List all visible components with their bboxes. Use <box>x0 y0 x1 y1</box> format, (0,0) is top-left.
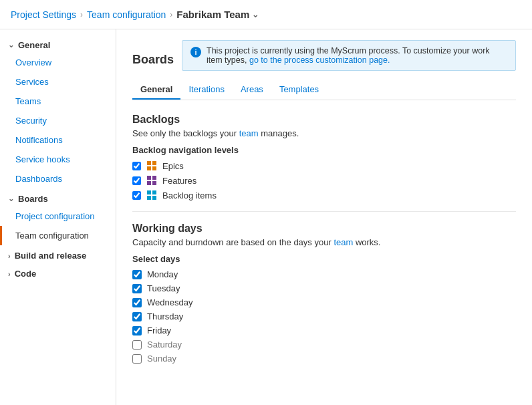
info-banner: i This project is currently using the My… <box>182 40 516 71</box>
boards-title: Boards <box>132 53 174 67</box>
sidebar-section-general[interactable]: ⌄ General <box>0 35 116 53</box>
svg-rect-7 <box>152 181 156 185</box>
chevron-code-icon: › <box>8 270 11 278</box>
day-saturday-checkbox[interactable] <box>132 340 142 350</box>
working-days-section: Working days Capacity and burndown are b… <box>132 223 516 364</box>
day-friday-checkbox[interactable] <box>132 326 142 335</box>
sidebar-item-teams[interactable]: Teams <box>0 92 116 111</box>
header: Project Settings › Team configuration › … <box>0 0 532 29</box>
breadcrumb-team-configuration[interactable]: Team configuration <box>87 9 166 20</box>
working-days-description: Capacity and burndown are based on the d… <box>132 237 516 247</box>
day-wednesday-row: Wednesday <box>132 297 516 307</box>
main-layout: ⌄ General Overview Services Teams Securi… <box>0 29 532 405</box>
sidebar-item-team-configuration[interactable]: Team configuration <box>0 226 116 245</box>
sidebar-item-security[interactable]: Security <box>0 111 116 130</box>
sidebar-item-notifications[interactable]: Notifications <box>0 130 116 150</box>
day-tuesday-checkbox[interactable] <box>132 284 142 293</box>
breadcrumb-sep-1: › <box>80 10 83 19</box>
backlog-features-label: Features <box>162 176 196 186</box>
chevron-down-icon[interactable]: ⌄ <box>252 10 259 19</box>
info-banner-text: This project is currently using the MySc… <box>207 46 507 65</box>
backlog-epics-checkbox[interactable] <box>132 162 141 170</box>
day-thursday-label: Thursday <box>147 311 183 321</box>
day-monday-checkbox[interactable] <box>132 270 142 279</box>
backlogs-description: See only the backlogs your team manages. <box>132 128 516 138</box>
sidebar-item-services[interactable]: Services <box>0 72 116 92</box>
day-friday-row: Friday <box>132 325 516 335</box>
tab-iterations[interactable]: Iterations <box>180 80 232 100</box>
svg-rect-2 <box>147 166 151 170</box>
breadcrumb-sep-2: › <box>170 10 172 19</box>
svg-rect-1 <box>152 161 156 165</box>
info-banner-link[interactable]: go to the process customization page. <box>249 55 390 65</box>
select-days-title: Select days <box>132 254 516 264</box>
svg-rect-6 <box>147 181 151 185</box>
features-icon <box>146 175 157 186</box>
svg-rect-11 <box>152 196 156 200</box>
tab-templates[interactable]: Templates <box>271 80 327 100</box>
backlog-items-label: Backlog items <box>162 190 217 200</box>
svg-rect-0 <box>147 161 151 165</box>
tabs: General Iterations Areas Templates <box>132 80 516 100</box>
day-monday-label: Monday <box>147 269 178 279</box>
sidebar-section-build-release[interactable]: › Build and release <box>0 245 116 263</box>
sidebar: ⌄ General Overview Services Teams Securi… <box>0 29 116 405</box>
breadcrumb: Project Settings › Team configuration › … <box>11 9 259 20</box>
breadcrumb-current-team: Fabrikam Team ⌄ <box>176 9 259 20</box>
day-thursday-checkbox[interactable] <box>132 312 142 321</box>
backlog-features-row: Features <box>132 175 516 186</box>
boards-header: Boards i This project is currently using… <box>132 40 516 79</box>
nav-levels-title: Backlog navigation levels <box>132 145 516 155</box>
working-days-team-link[interactable]: team <box>334 237 353 247</box>
backlog-items-row: Backlog items <box>132 190 516 200</box>
backlog-items-icon <box>146 190 157 200</box>
epics-icon <box>146 160 157 171</box>
day-saturday-row: Saturday <box>132 340 516 350</box>
day-thursday-row: Thursday <box>132 311 516 321</box>
svg-rect-3 <box>152 166 156 170</box>
svg-rect-10 <box>147 196 151 200</box>
backlog-epics-label: Epics <box>162 161 184 171</box>
working-days-title: Working days <box>132 223 516 235</box>
chevron-boards-icon: ⌄ <box>8 194 14 203</box>
info-icon: i <box>190 47 201 57</box>
main-content: Boards i This project is currently using… <box>116 29 532 405</box>
breadcrumb-project-settings[interactable]: Project Settings <box>11 9 76 20</box>
sidebar-item-service-hooks[interactable]: Service hooks <box>0 150 116 169</box>
day-saturday-label: Saturday <box>147 340 182 350</box>
day-sunday-row: Sunday <box>132 354 516 364</box>
backlogs-team-link[interactable]: team <box>239 128 259 138</box>
svg-rect-4 <box>147 176 151 180</box>
day-monday-row: Monday <box>132 269 516 279</box>
day-tuesday-row: Tuesday <box>132 283 516 293</box>
backlogs-title: Backlogs <box>132 114 516 126</box>
svg-rect-9 <box>152 190 156 194</box>
tab-areas[interactable]: Areas <box>233 80 271 100</box>
sidebar-item-dashboards[interactable]: Dashboards <box>0 169 116 188</box>
backlog-items-checkbox[interactable] <box>132 191 141 200</box>
backlog-epics-row: Epics <box>132 160 516 171</box>
day-wednesday-label: Wednesday <box>147 297 192 307</box>
sidebar-item-project-configuration[interactable]: Project configuration <box>0 207 116 226</box>
day-sunday-checkbox[interactable] <box>132 354 142 364</box>
backlogs-section: Backlogs See only the backlogs your team… <box>132 114 516 200</box>
day-friday-label: Friday <box>147 325 171 335</box>
sidebar-section-code[interactable]: › Code <box>0 263 116 281</box>
day-wednesday-checkbox[interactable] <box>132 298 142 307</box>
svg-rect-8 <box>147 190 151 194</box>
section-divider <box>132 211 516 212</box>
day-sunday-label: Sunday <box>147 354 176 364</box>
sidebar-item-overview[interactable]: Overview <box>0 53 116 72</box>
backlog-features-checkbox[interactable] <box>132 176 141 185</box>
tab-general[interactable]: General <box>132 80 180 100</box>
day-tuesday-label: Tuesday <box>147 283 180 293</box>
chevron-general-icon: ⌄ <box>8 41 14 49</box>
chevron-build-icon: › <box>8 252 11 260</box>
svg-rect-5 <box>152 176 156 180</box>
sidebar-section-boards[interactable]: ⌄ Boards <box>0 188 116 207</box>
